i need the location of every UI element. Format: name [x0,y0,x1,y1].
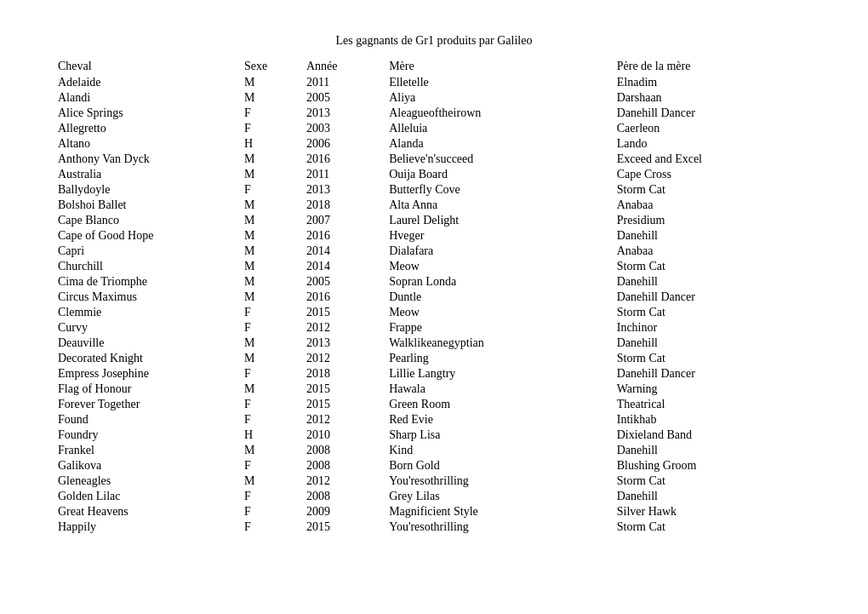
cell-cheval: Foundry [51,428,237,443]
cell-pere: Dixieland Band [610,428,817,443]
cell-cheval: Anthony Van Dyck [51,152,237,167]
cell-mere: Born Gold [382,458,610,473]
cell-cheval: Gleneagles [51,473,237,489]
table-row: CapriM2014DialafaraAnabaa [51,244,817,259]
cell-mere: Sharp Lisa [382,428,610,443]
cell-pere: Exceed and Excel [610,152,817,167]
cell-cheval: Alandi [51,90,237,106]
cell-annee: 2015 [300,397,382,412]
cell-pere: Anabaa [610,244,817,259]
cell-annee: 2018 [300,366,382,382]
cell-annee: 2011 [300,75,382,90]
cell-cheval: Ballydoyle [51,182,237,198]
table-row: FrankelM2008KindDanehill [51,443,817,458]
cell-annee: 2003 [300,121,382,136]
page: Les gagnants de Gr1 produits par Galileo… [0,0,868,614]
cell-mere: Believe'n'succeed [382,152,610,167]
cell-sexe: F [237,489,300,504]
cell-sexe: M [237,152,300,167]
cell-mere: Green Room [382,397,610,412]
table-row: AltanoH2006AlandaLando [51,136,817,152]
cell-cheval: Cape of Good Hope [51,228,237,244]
cell-annee: 2006 [300,136,382,152]
table-row: FoundF2012Red EvieIntikhab [51,412,817,428]
cell-cheval: Bolshoi Ballet [51,198,237,213]
table-row: Great HeavensF2009Magnificient StyleSilv… [51,504,817,519]
cell-sexe: F [237,366,300,382]
cell-pere: Warning [610,382,817,397]
cell-mere: Red Evie [382,412,610,428]
cell-sexe: F [237,305,300,320]
table-row: AllegrettoF2003AlleluiaCaerleon [51,121,817,136]
cell-sexe: M [237,167,300,182]
cell-annee: 2012 [300,412,382,428]
cell-annee: 2013 [300,106,382,121]
cell-cheval: Churchill [51,259,237,274]
cell-sexe: M [237,198,300,213]
cell-sexe: F [237,519,300,535]
cell-pere: Darshaan [610,90,817,106]
cell-sexe: M [237,244,300,259]
cell-annee: 2012 [300,351,382,366]
cell-pere: Cape Cross [610,167,817,182]
cell-pere: Danehill Dancer [610,106,817,121]
cell-sexe: F [237,397,300,412]
cell-pere: Blushing Groom [610,458,817,473]
cell-pere: Lando [610,136,817,152]
cell-annee: 2016 [300,290,382,305]
cell-mere: Walklikeanegyptian [382,336,610,351]
table-row: Cape of Good HopeM2016HvegerDanehill [51,228,817,244]
cell-pere: Danehill Dancer [610,366,817,382]
cell-mere: Meow [382,259,610,274]
cell-pere: Elnadim [610,75,817,90]
cell-mere: You'resothrilling [382,519,610,535]
cell-pere: Danehill [610,489,817,504]
cell-cheval: Golden Lilac [51,489,237,504]
cell-pere: Danehill Dancer [610,290,817,305]
cell-pere: Storm Cat [610,351,817,366]
cell-cheval: Alice Springs [51,106,237,121]
table-row: Circus MaximusM2016DuntleDanehill Dancer [51,290,817,305]
cell-cheval: Curvy [51,320,237,336]
table-row: BallydoyleF2013Butterfly CoveStorm Cat [51,182,817,198]
cell-cheval: Forever Together [51,397,237,412]
cell-sexe: M [237,336,300,351]
cell-annee: 2013 [300,182,382,198]
cell-sexe: M [237,259,300,274]
cell-cheval: Frankel [51,443,237,458]
cell-cheval: Circus Maximus [51,290,237,305]
cell-annee: 2008 [300,458,382,473]
cell-mere: Laurel Delight [382,213,610,228]
cell-sexe: H [237,136,300,152]
table-row: AlandiM2005AliyaDarshaan [51,90,817,106]
cell-pere: Intikhab [610,412,817,428]
table-row: Cape BlancoM2007Laurel DelightPresidium [51,213,817,228]
cell-annee: 2016 [300,152,382,167]
cell-cheval: Cima de Triomphe [51,274,237,290]
col-header-cheval: Cheval [51,58,237,75]
cell-pere: Silver Hawk [610,504,817,519]
page-title: Les gagnants de Gr1 produits par Galileo [51,34,817,48]
cell-mere: Magnificient Style [382,504,610,519]
cell-cheval: Cape Blanco [51,213,237,228]
cell-sexe: F [237,504,300,519]
cell-annee: 2015 [300,305,382,320]
cell-mere: Sopran Londa [382,274,610,290]
table-row: FoundryH2010Sharp LisaDixieland Band [51,428,817,443]
table-row: DeauvilleM2013WalklikeanegyptianDanehill [51,336,817,351]
cell-pere: Storm Cat [610,305,817,320]
cell-annee: 2009 [300,504,382,519]
cell-cheval: Adelaide [51,75,237,90]
table-row: AustraliaM2011Ouija BoardCape Cross [51,167,817,182]
cell-pere: Danehill [610,443,817,458]
cell-cheval: Happily [51,519,237,535]
table-row: Bolshoi BalletM2018Alta AnnaAnabaa [51,198,817,213]
cell-mere: Grey Lilas [382,489,610,504]
cell-mere: Dialafara [382,244,610,259]
cell-sexe: H [237,428,300,443]
cell-mere: Meow [382,305,610,320]
cell-sexe: F [237,121,300,136]
cell-sexe: F [237,106,300,121]
table-row: Alice SpringsF2013AleagueoftheirownDaneh… [51,106,817,121]
table-row: GleneaglesM2012You'resothrillingStorm Ca… [51,473,817,489]
